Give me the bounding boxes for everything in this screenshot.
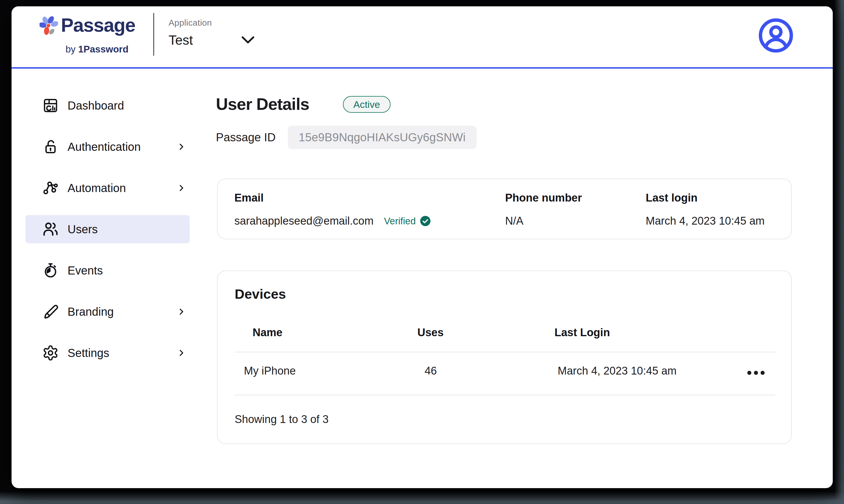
table-divider — [235, 352, 775, 352]
device-uses-cell: 46 — [425, 365, 437, 377]
devices-header-name: Name — [253, 326, 282, 339]
devices-title: Devices — [235, 286, 286, 302]
sidebar: Dashboard Authentication — [12, 69, 204, 488]
gear-icon — [42, 345, 59, 361]
stopwatch-icon — [42, 262, 59, 279]
pagination-status: Showing 1 to 3 of 3 — [235, 413, 328, 426]
chevron-right-icon — [177, 306, 186, 317]
verified-badge: Verified — [384, 215, 431, 227]
sidebar-item-label: Settings — [68, 346, 109, 360]
application-label: Application — [169, 18, 264, 28]
sidebar-item-label: Automation — [68, 182, 126, 195]
table-divider — [235, 395, 775, 395]
last-login-header: Last login — [646, 192, 697, 204]
email-header: Email — [235, 192, 263, 204]
chevron-right-icon — [177, 142, 186, 152]
chevron-right-icon — [177, 348, 186, 358]
sidebar-item-settings[interactable]: Settings — [25, 339, 190, 367]
sidebar-item-branding[interactable]: Branding — [25, 298, 190, 326]
phone-value: N/A — [505, 215, 523, 227]
header-divider — [153, 13, 154, 56]
devices-header-last-login: Last Login — [554, 326, 610, 339]
application-selector[interactable]: Application Test — [169, 18, 264, 58]
sidebar-item-authentication[interactable]: Authentication — [25, 133, 190, 161]
chevron-down-icon — [241, 36, 255, 44]
account-avatar-button[interactable] — [758, 18, 793, 53]
passage-id-row: Passage ID 15e9B9NqgoHIAKsUGy6gSNWi — [216, 126, 477, 149]
chevron-right-icon — [177, 183, 186, 193]
logo-byline: by1Password — [66, 44, 128, 55]
app-window: Passage by1Password Application Test — [12, 6, 833, 488]
sidebar-item-label: Branding — [68, 305, 114, 318]
user-info-card: Email sarahappleseed@email.com Verified — [217, 179, 792, 239]
sidebar-item-label: Events — [68, 264, 103, 277]
application-value: Test — [169, 32, 193, 48]
passage-flower-icon — [39, 16, 58, 37]
user-circle-icon — [758, 18, 793, 53]
paintbrush-icon — [42, 303, 59, 320]
dashboard-icon — [42, 97, 59, 114]
last-login-value: March 4, 2023 10:45 am — [646, 215, 764, 227]
status-badge: Active — [343, 96, 391, 113]
automation-nodes-icon — [42, 180, 59, 196]
email-value: sarahappleseed@email.com — [235, 215, 374, 227]
users-icon — [42, 221, 59, 238]
phone-header: Phone number — [505, 192, 582, 204]
sidebar-item-users[interactable]: Users — [25, 215, 190, 244]
passage-id-label: Passage ID — [216, 131, 276, 144]
devices-card: Devices Name Uses Last Login My iPhone 4… — [217, 270, 792, 444]
page-title: User Details — [216, 94, 309, 114]
device-name-cell: My iPhone — [244, 365, 296, 377]
top-bar: Passage by1Password Application Test — [12, 6, 833, 69]
body-row: Dashboard Authentication — [12, 69, 833, 488]
sidebar-item-automation[interactable]: Automation — [25, 174, 190, 202]
sidebar-item-dashboard[interactable]: Dashboard — [25, 91, 190, 120]
sidebar-item-label: Authentication — [68, 140, 141, 154]
devices-header-uses: Uses — [417, 326, 444, 339]
logo-wordmark: Passage — [61, 16, 135, 35]
passage-logo-link[interactable]: Passage by1Password — [39, 15, 155, 61]
sidebar-item-label: Dashboard — [68, 99, 124, 112]
desktop-background: Passage by1Password Application Test — [0, 0, 844, 504]
device-last-login-cell: March 4, 2023 10:45 am — [558, 365, 676, 377]
check-circle-icon — [419, 215, 431, 227]
unlock-icon — [42, 139, 59, 155]
passage-id-value[interactable]: 15e9B9NqgoHIAKsUGy6gSNWi — [288, 126, 477, 149]
row-actions-ellipsis-icon[interactable] — [745, 369, 767, 377]
sidebar-item-label: Users — [68, 223, 98, 236]
sidebar-item-events[interactable]: Events — [25, 256, 190, 285]
main-content: User Details Active Passage ID 15e9B9Nqg… — [216, 69, 833, 488]
